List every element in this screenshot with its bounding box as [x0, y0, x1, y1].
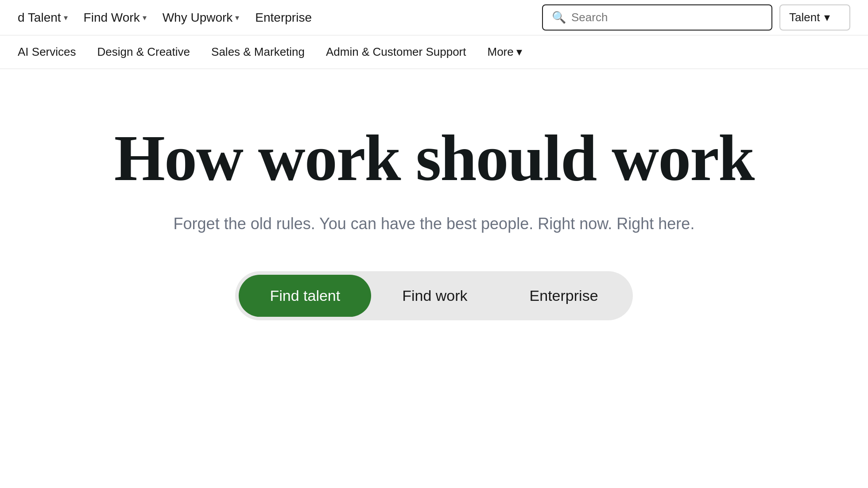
talent-dropdown-label: Talent	[789, 11, 820, 24]
nav-why-upwork[interactable]: Why Upwork ▾	[163, 11, 240, 25]
top-nav-right: 🔍 Talent ▾	[542, 4, 850, 31]
toggle-enterprise[interactable]: Enterprise	[499, 275, 629, 317]
subnav-ai-services[interactable]: AI Services	[18, 45, 76, 59]
sub-navigation: AI Services Design & Creative Sales & Ma…	[0, 35, 868, 69]
nav-why-upwork-label: Why Upwork	[163, 11, 233, 25]
top-nav-left: d Talent ▾ Find Work ▾ Why Upwork ▾ Ente…	[18, 11, 312, 25]
nav-talent-chevron: ▾	[64, 13, 68, 23]
subnav-design-creative[interactable]: Design & Creative	[97, 45, 190, 59]
nav-why-upwork-chevron: ▾	[235, 13, 239, 23]
toggle-find-talent[interactable]: Find talent	[239, 275, 371, 317]
hero-toggle-group: Find talent Find work Enterprise	[235, 271, 632, 320]
hero-subtitle: Forget the old rules. You can have the b…	[174, 212, 695, 236]
top-navigation: d Talent ▾ Find Work ▾ Why Upwork ▾ Ente…	[0, 0, 868, 35]
nav-talent[interactable]: d Talent ▾	[18, 11, 68, 25]
nav-enterprise[interactable]: Enterprise	[255, 11, 312, 25]
nav-enterprise-label: Enterprise	[255, 11, 312, 25]
nav-find-work-chevron: ▾	[143, 13, 147, 23]
subnav-more[interactable]: More ▾	[488, 45, 522, 59]
talent-dropdown-chevron: ▾	[824, 11, 830, 24]
subnav-sales-marketing[interactable]: Sales & Marketing	[211, 45, 305, 59]
nav-find-work[interactable]: Find Work ▾	[84, 11, 147, 25]
hero-section: How work should work Forget the old rule…	[0, 69, 868, 356]
subnav-admin-support[interactable]: Admin & Customer Support	[326, 45, 466, 59]
talent-dropdown[interactable]: Talent ▾	[779, 4, 850, 31]
nav-talent-label: d Talent	[18, 11, 61, 25]
search-bar[interactable]: 🔍	[542, 4, 772, 31]
search-icon: 🔍	[552, 11, 566, 24]
more-chevron: ▾	[516, 45, 522, 59]
nav-find-work-label: Find Work	[84, 11, 140, 25]
hero-title: How work should work	[114, 122, 754, 194]
toggle-find-work[interactable]: Find work	[371, 275, 498, 317]
search-input[interactable]	[571, 11, 763, 24]
